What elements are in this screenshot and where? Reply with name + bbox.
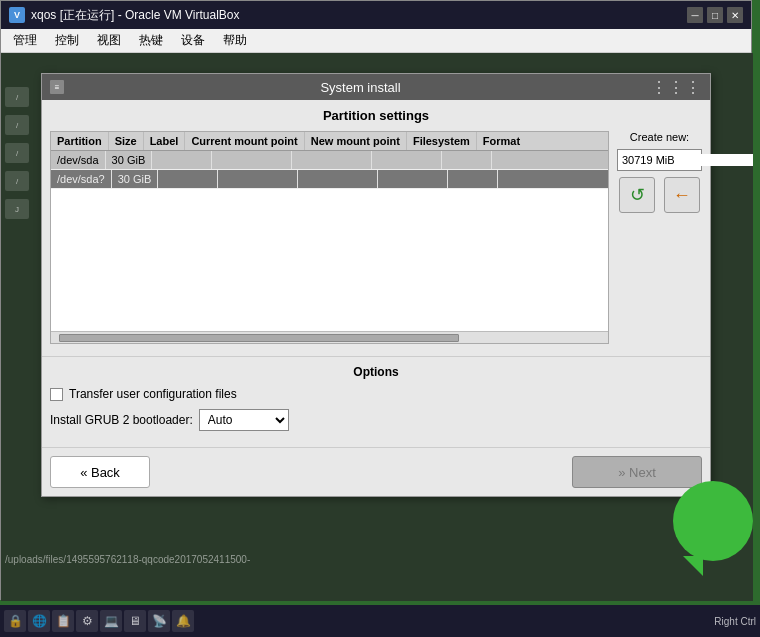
refresh-button[interactable]: ↺ bbox=[619, 177, 655, 213]
row1-label bbox=[152, 151, 212, 169]
row1-current-mount bbox=[212, 151, 292, 169]
transfer-files-label: Transfer user configuration files bbox=[69, 387, 237, 401]
grub-row: Install GRUB 2 bootloader: Auto None /de… bbox=[50, 409, 702, 431]
menu-control[interactable]: 控制 bbox=[47, 30, 87, 51]
row2-current-mount bbox=[218, 170, 298, 188]
dialog-title-text: System install bbox=[70, 80, 651, 95]
scrollbar-thumb[interactable] bbox=[59, 334, 459, 342]
title-bar-controls: ─ □ ✕ bbox=[687, 7, 743, 23]
dialog-footer: « Back » Next bbox=[42, 447, 710, 496]
close-button[interactable]: ✕ bbox=[727, 7, 743, 23]
system-install-dialog: ≡ System install ⋮⋮⋮ Partition settings … bbox=[41, 73, 711, 497]
taskbar: 🔒 🌐 📋 ⚙ 💻 🖥 📡 🔔 Right Ctrl bbox=[0, 605, 760, 637]
table-body: /dev/sda 30 GiB /dev/sda? 30 GiB bbox=[51, 151, 608, 331]
back-button[interactable]: « Back bbox=[50, 456, 150, 488]
dialog-title-bar: ≡ System install ⋮⋮⋮ bbox=[42, 74, 710, 100]
title-bar: V xqos [正在运行] - Oracle VM VirtualBox ─ □… bbox=[1, 1, 751, 29]
taskbar-icon-1[interactable]: 🔒 bbox=[4, 610, 26, 632]
menu-manage[interactable]: 管理 bbox=[5, 30, 45, 51]
maximize-button[interactable]: □ bbox=[707, 7, 723, 23]
green-bubble-decoration bbox=[673, 481, 753, 561]
grub-select[interactable]: Auto None /dev/sda bbox=[199, 409, 289, 431]
vm-content-area: / / / / J ≡ System install ⋮⋮⋮ Partition… bbox=[1, 53, 753, 601]
transfer-files-row: Transfer user configuration files bbox=[50, 387, 702, 401]
grub-label: Install GRUB 2 bootloader: bbox=[50, 413, 193, 427]
col-format: Format bbox=[477, 132, 526, 150]
row1-filesystem bbox=[372, 151, 442, 169]
status-text: /uploads/files/1495595762118-qqcode20170… bbox=[1, 552, 601, 567]
deco-1: / bbox=[5, 87, 29, 107]
partition-settings-section: Partition settings Partition Size Label … bbox=[42, 100, 710, 352]
create-new-label: Create new: bbox=[617, 131, 702, 143]
menu-devices[interactable]: 设备 bbox=[173, 30, 213, 51]
size-input[interactable] bbox=[618, 154, 753, 166]
taskbar-icon-7[interactable]: 📡 bbox=[148, 610, 170, 632]
col-new-mount: New mount point bbox=[305, 132, 407, 150]
action-buttons-row: ↺ ← bbox=[617, 177, 702, 213]
left-decorations: / / / / J bbox=[1, 83, 36, 563]
menu-view[interactable]: 视图 bbox=[89, 30, 129, 51]
size-input-group: ▲ ▼ bbox=[617, 149, 702, 171]
table-scrollbar[interactable] bbox=[51, 331, 608, 343]
row1-partition: /dev/sda bbox=[51, 151, 106, 169]
taskbar-icon-2[interactable]: 🌐 bbox=[28, 610, 50, 632]
taskbar-icon-5[interactable]: 💻 bbox=[100, 610, 122, 632]
menu-help[interactable]: 帮助 bbox=[215, 30, 255, 51]
section-title: Partition settings bbox=[50, 108, 702, 123]
dialog-menu-dots: ⋮⋮⋮ bbox=[651, 78, 702, 97]
row1-size: 30 GiB bbox=[106, 151, 153, 169]
deco-4: / bbox=[5, 171, 29, 191]
row1-new-mount bbox=[292, 151, 372, 169]
deco-5: J bbox=[5, 199, 29, 219]
row2-new-mount bbox=[298, 170, 378, 188]
row2-label bbox=[158, 170, 218, 188]
table-container: Partition Size Label Current mount point… bbox=[50, 131, 702, 344]
row2-partition: /dev/sda? bbox=[51, 170, 112, 188]
partition-table: Partition Size Label Current mount point… bbox=[50, 131, 609, 344]
table-row[interactable]: /dev/sda? 30 GiB bbox=[51, 170, 608, 189]
row2-filesystem bbox=[378, 170, 448, 188]
back-arrow-button[interactable]: ← bbox=[664, 177, 700, 213]
right-controls: Create new: ▲ ▼ ↺ ← bbox=[617, 131, 702, 344]
taskbar-right-text: Right Ctrl bbox=[714, 616, 756, 627]
taskbar-right: Right Ctrl bbox=[714, 616, 756, 627]
col-size: Size bbox=[109, 132, 144, 150]
virtualbox-window: V xqos [正在运行] - Oracle VM VirtualBox ─ □… bbox=[0, 0, 752, 600]
taskbar-icon-8[interactable]: 🔔 bbox=[172, 610, 194, 632]
deco-3: / bbox=[5, 143, 29, 163]
deco-2: / bbox=[5, 115, 29, 135]
taskbar-icon-3[interactable]: 📋 bbox=[52, 610, 74, 632]
col-current-mount: Current mount point bbox=[185, 132, 304, 150]
menu-bar: 管理 控制 视图 热键 设备 帮助 bbox=[1, 29, 751, 53]
row1-format bbox=[442, 151, 492, 169]
dialog-icon: ≡ bbox=[50, 80, 64, 94]
col-label: Label bbox=[144, 132, 186, 150]
menu-hotkeys[interactable]: 热键 bbox=[131, 30, 171, 51]
col-filesystem: Filesystem bbox=[407, 132, 477, 150]
next-button[interactable]: » Next bbox=[572, 456, 702, 488]
minimize-button[interactable]: ─ bbox=[687, 7, 703, 23]
col-partition: Partition bbox=[51, 132, 109, 150]
taskbar-icon-6[interactable]: 🖥 bbox=[124, 610, 146, 632]
options-section: Options Transfer user configuration file… bbox=[42, 356, 710, 447]
row2-format bbox=[448, 170, 498, 188]
table-header: Partition Size Label Current mount point… bbox=[51, 132, 608, 151]
row2-size: 30 GiB bbox=[112, 170, 159, 188]
transfer-files-checkbox[interactable] bbox=[50, 388, 63, 401]
title-bar-icon: V bbox=[9, 7, 25, 23]
options-title: Options bbox=[50, 365, 702, 379]
title-bar-text: xqos [正在运行] - Oracle VM VirtualBox bbox=[31, 7, 687, 24]
table-row[interactable]: /dev/sda 30 GiB bbox=[51, 151, 608, 170]
taskbar-icon-4[interactable]: ⚙ bbox=[76, 610, 98, 632]
